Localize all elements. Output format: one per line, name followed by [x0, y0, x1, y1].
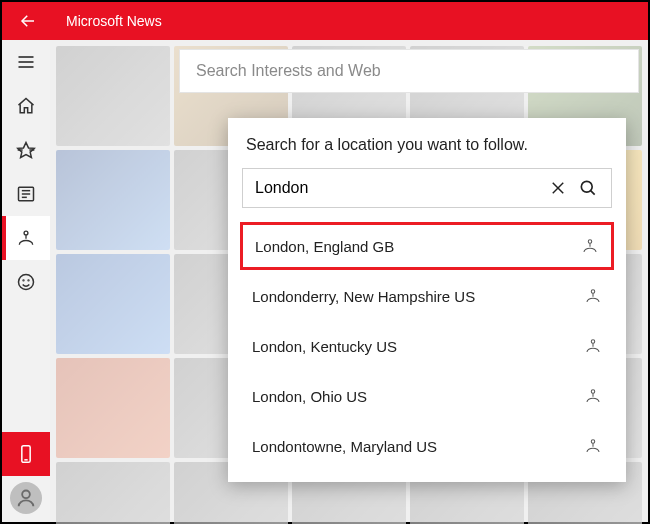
app-body: Search Interests and Web Search for a lo…: [2, 40, 648, 522]
hamburger-icon: [16, 52, 36, 72]
map-pin-icon: [581, 237, 599, 255]
location-result-label: London, Kentucky US: [252, 338, 397, 355]
sidebar: [2, 40, 50, 522]
location-result[interactable]: Londonderry, New Hampshire US: [240, 272, 614, 320]
svg-point-25: [591, 390, 594, 393]
map-pin-icon: [584, 387, 602, 405]
location-result-label: Londonderry, New Hampshire US: [252, 288, 475, 305]
sidebar-news-button[interactable]: [2, 172, 50, 216]
svg-line-21: [591, 191, 595, 195]
search-icon: [578, 178, 598, 198]
home-icon: [16, 96, 36, 116]
main-content: Search Interests and Web Search for a lo…: [50, 40, 648, 522]
location-result-label: London, Ohio US: [252, 388, 367, 405]
svg-point-24: [591, 340, 594, 343]
panel-heading: Search for a location you want to follow…: [228, 136, 626, 168]
star-icon: [16, 140, 36, 160]
location-result[interactable]: London, Ohio US: [240, 372, 614, 420]
arrow-left-icon: [19, 12, 37, 30]
app-window: Microsoft News: [0, 0, 650, 524]
search-placeholder: Search Interests and Web: [196, 62, 381, 80]
location-result-label: London, England GB: [255, 238, 394, 255]
map-pin-icon: [584, 337, 602, 355]
svg-point-11: [24, 231, 28, 235]
location-search-field: [242, 168, 612, 208]
svg-point-14: [28, 280, 29, 281]
global-search-bar[interactable]: Search Interests and Web: [180, 50, 638, 92]
phone-icon: [16, 444, 36, 464]
map-pin-icon: [584, 287, 602, 305]
search-button[interactable]: [573, 173, 603, 203]
sidebar-menu-button[interactable]: [2, 40, 50, 84]
location-search-panel: Search for a location you want to follow…: [228, 118, 626, 482]
location-result-label: Londontowne, Maryland US: [252, 438, 437, 455]
svg-point-17: [22, 490, 30, 498]
location-input[interactable]: [255, 179, 543, 197]
svg-point-12: [19, 275, 34, 290]
sidebar-favorites-button[interactable]: [2, 128, 50, 172]
svg-point-13: [23, 280, 24, 281]
sidebar-feedback-button[interactable]: [2, 260, 50, 304]
sidebar-account-button[interactable]: [10, 482, 42, 514]
titlebar: Microsoft News: [2, 2, 648, 40]
back-button[interactable]: [8, 2, 48, 40]
sidebar-phone-button[interactable]: [2, 432, 50, 476]
location-result[interactable]: London, England GB: [240, 222, 614, 270]
svg-point-22: [588, 240, 591, 243]
person-icon: [15, 487, 37, 509]
location-results-list: London, England GBLondonderry, New Hamps…: [228, 214, 626, 470]
location-result[interactable]: Londontowne, Maryland US: [240, 422, 614, 470]
svg-point-26: [591, 440, 594, 443]
sidebar-home-button[interactable]: [2, 84, 50, 128]
news-icon: [16, 184, 36, 204]
map-pin-icon: [16, 228, 36, 248]
clear-button[interactable]: [543, 173, 573, 203]
close-icon: [549, 179, 567, 197]
location-result[interactable]: London, Kentucky US: [240, 322, 614, 370]
sidebar-local-button[interactable]: [2, 216, 50, 260]
smiley-icon: [16, 272, 36, 292]
app-title: Microsoft News: [66, 13, 162, 29]
map-pin-icon: [584, 437, 602, 455]
svg-point-23: [591, 290, 594, 293]
svg-point-20: [581, 181, 592, 192]
